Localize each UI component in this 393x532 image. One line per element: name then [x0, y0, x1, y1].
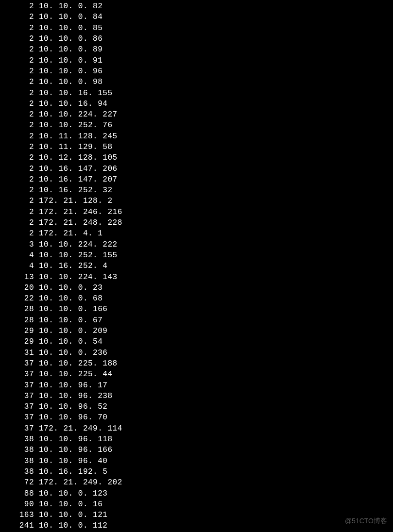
ip-address: 10. 12. 128. 105	[39, 152, 118, 163]
output-row: 210. 12. 128. 105	[0, 152, 393, 163]
count-value: 2	[0, 66, 39, 77]
count-value: 22	[0, 293, 39, 304]
count-value: 2	[0, 131, 39, 142]
ip-address: 10. 11. 128. 245	[39, 131, 118, 142]
ip-address: 10. 10. 96. 238	[39, 391, 113, 401]
ip-address: 10. 10. 0. 23	[39, 283, 103, 293]
count-value: 2	[0, 174, 39, 185]
count-value: 31	[0, 348, 39, 358]
ip-address: 10. 10. 96. 40	[39, 456, 107, 466]
ip-address: 10. 10. 96. 17	[39, 380, 107, 391]
count-value: 2	[0, 88, 39, 99]
ip-address: 10. 10. 96. 166	[39, 445, 113, 455]
output-row: 3710. 10. 96. 238	[0, 391, 393, 401]
output-row: 8810. 10. 0. 123	[0, 488, 393, 499]
output-row: 3810. 10. 96. 40	[0, 455, 393, 466]
count-value: 72	[0, 477, 39, 488]
terminal-output: 210. 10. 0. 82210. 10. 0. 84210. 10. 0. …	[0, 0, 393, 532]
output-row: 310. 10. 224. 222	[0, 239, 393, 250]
output-row: 210. 10. 16. 94	[0, 99, 393, 109]
count-value: 2	[0, 23, 39, 33]
output-row: 210. 10. 0. 89	[0, 44, 393, 55]
count-value: 3	[0, 239, 39, 250]
ip-address: 10. 16. 192. 5	[39, 466, 107, 477]
count-value: 2	[0, 228, 39, 239]
output-row: 2910. 10. 0. 54	[0, 336, 393, 347]
output-row: 2172. 21. 128. 2	[0, 196, 393, 206]
output-row: 210. 11. 128. 245	[0, 131, 393, 142]
count-value: 90	[0, 499, 39, 510]
ip-address: 10. 10. 0. 91	[39, 55, 103, 66]
count-value: 2	[0, 196, 39, 206]
output-row: 72172. 21. 249. 202	[0, 477, 393, 488]
count-value: 2	[0, 1, 39, 12]
output-row: 2172. 21. 248. 228	[0, 217, 393, 228]
ip-address: 172. 21. 4. 1	[39, 228, 103, 239]
ip-address: 10. 10. 0. 54	[39, 336, 103, 347]
output-row: 3710. 10. 96. 17	[0, 380, 393, 390]
ip-address: 10. 10. 225. 188	[39, 358, 118, 369]
count-value: 2	[0, 55, 39, 66]
output-row: 3710. 10. 225. 188	[0, 358, 393, 369]
count-value: 20	[0, 283, 39, 293]
count-value: 38	[0, 434, 39, 445]
output-row: 2810. 10. 0. 166	[0, 304, 393, 315]
ip-address: 172. 21. 248. 228	[39, 217, 122, 228]
output-row: 210. 16. 147. 207	[0, 174, 393, 185]
count-value: 2	[0, 185, 39, 196]
output-row: 16310. 10. 0. 121	[0, 510, 393, 520]
output-row: 2172. 21. 246. 216	[0, 207, 393, 217]
ip-address: 10. 10. 252. 155	[39, 250, 118, 261]
count-value: 37	[0, 412, 39, 423]
ip-address: 10. 10. 96. 118	[39, 434, 113, 445]
output-row: 210. 10. 0. 96	[0, 66, 393, 77]
count-value: 163	[0, 510, 39, 520]
count-value: 2	[0, 99, 39, 109]
watermark: @51CTO博客	[345, 515, 387, 526]
output-row: 210. 10. 0. 86	[0, 33, 393, 44]
output-row: 210. 10. 16. 155	[0, 87, 393, 98]
output-row: 2910. 10. 0. 209	[0, 326, 393, 336]
ip-address: 10. 10. 224. 227	[39, 109, 118, 120]
count-value: 2	[0, 109, 39, 120]
count-value: 2	[0, 217, 39, 228]
ip-address: 10. 16. 252. 32	[39, 185, 113, 196]
output-row: 2810. 10. 0. 67	[0, 315, 393, 326]
output-row: 3710. 10. 96. 70	[0, 412, 393, 423]
output-row: 210. 10. 252. 76	[0, 120, 393, 131]
ip-address: 10. 10. 0. 89	[39, 44, 103, 55]
count-value: 29	[0, 326, 39, 336]
ip-address: 172. 21. 249. 114	[39, 423, 122, 434]
count-value: 37	[0, 423, 39, 434]
output-row: 210. 10. 0. 98	[0, 77, 393, 87]
ip-address: 10. 10. 0. 68	[39, 293, 103, 304]
count-value: 37	[0, 369, 39, 380]
output-row: 3710. 10. 96. 52	[0, 401, 393, 412]
ip-address: 10. 11. 129. 58	[39, 142, 113, 152]
ip-address: 10. 10. 224. 222	[39, 239, 118, 250]
output-row: 410. 10. 252. 155	[0, 250, 393, 261]
ip-address: 10. 10. 225. 44	[39, 369, 113, 380]
ip-address: 10. 10. 0. 82	[39, 1, 103, 12]
ip-address: 10. 16. 252. 4	[39, 261, 107, 271]
count-value: 2	[0, 120, 39, 131]
output-row: 2010. 10. 0. 23	[0, 283, 393, 293]
output-row: 1310. 10. 224. 143	[0, 271, 393, 282]
count-value: 2	[0, 33, 39, 44]
count-value: 2	[0, 142, 39, 152]
count-value: 88	[0, 488, 39, 499]
count-value: 29	[0, 336, 39, 347]
ip-address: 10. 10. 0. 67	[39, 315, 103, 326]
count-value: 241	[0, 520, 39, 531]
output-row: 9010. 10. 0. 16	[0, 499, 393, 510]
ip-address: 10. 10. 16. 94	[39, 99, 107, 109]
ip-address: 10. 10. 0. 112	[39, 520, 107, 531]
count-value: 2	[0, 152, 39, 163]
count-value: 2	[0, 12, 39, 22]
count-value: 38	[0, 466, 39, 477]
output-row: 210. 10. 0. 84	[0, 12, 393, 22]
ip-address: 10. 10. 96. 70	[39, 412, 107, 423]
output-row: 24110. 10. 0. 112	[0, 520, 393, 531]
count-value: 37	[0, 391, 39, 401]
count-value: 38	[0, 445, 39, 455]
